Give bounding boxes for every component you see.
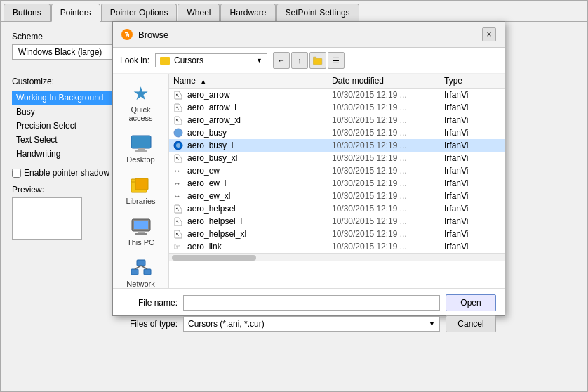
file-row[interactable]: aero_busy_l 10/30/2015 12:19 ... IrfanVi: [169, 139, 505, 152]
nav-libraries[interactable]: Libraries: [116, 171, 166, 209]
filetype-value: Cursors (*.ani, *.cur): [188, 319, 265, 329]
svg-text:↖: ↖: [175, 118, 180, 123]
file-row[interactable]: ↔ aero_ew_xl 10/30/2015 12:19 ... IrfanV…: [169, 190, 505, 202]
file-date: 10/30/2015 12:19 ...: [332, 141, 444, 150]
horizontal-scrollbar[interactable]: [169, 253, 505, 261]
cancel-button[interactable]: Cancel: [446, 315, 496, 332]
file-type: IrfanVi: [444, 242, 500, 251]
tb-up-button[interactable]: ↑: [291, 52, 308, 69]
file-row[interactable]: ↖ aero_helpsel_l 10/30/2015 12:19 ... Ir…: [169, 215, 505, 228]
lookin-dropdown[interactable]: Cursors ▼: [155, 53, 267, 67]
file-date: 10/30/2015 12:19 ...: [332, 115, 444, 125]
file-row[interactable]: ↔ aero_ew_l 10/30/2015 12:19 ... IrfanVi: [169, 177, 505, 190]
tb-back-button[interactable]: ←: [273, 52, 290, 69]
filename-input[interactable]: [183, 295, 440, 311]
svg-rect-3: [138, 148, 145, 150]
tab-pointers[interactable]: Pointers: [51, 4, 100, 22]
file-type: IrfanVi: [444, 178, 500, 188]
nav-desktop[interactable]: Desktop: [116, 129, 166, 168]
svg-text:↖: ↖: [175, 219, 180, 224]
file-row[interactable]: aero_busy 10/30/2015 12:19 ... IrfanVi: [169, 126, 505, 139]
file-type: IrfanVi: [444, 216, 500, 226]
tab-wheel[interactable]: Wheel: [178, 4, 220, 21]
star-icon: ★: [133, 84, 149, 103]
file-type-icon: ↖: [173, 153, 185, 163]
network-icon-wrap: [130, 258, 152, 277]
file-icon: ↖: [173, 90, 183, 100]
sort-arrow-icon: ▲: [200, 78, 206, 85]
folder-icon: [160, 57, 170, 65]
svg-point-23: [174, 129, 182, 137]
file-row[interactable]: ↖ aero_busy_xl 10/30/2015 12:19 ... Irfa…: [169, 152, 505, 164]
dialog-nav: ★ Quick access Desktop: [113, 74, 169, 288]
scheme-dropdown[interactable]: Windows Black (large): [12, 44, 123, 60]
filetype-dropdown[interactable]: Cursors (*.ani, *.cur) ▼: [183, 316, 440, 332]
file-name: aero_helpsel: [187, 204, 332, 214]
file-row[interactable]: ↖ aero_arrow_xl 10/30/2015 12:19 ... Irf…: [169, 114, 505, 126]
svg-line-16: [141, 266, 147, 269]
scrollbar-thumb[interactable]: [172, 255, 256, 261]
computer-icon: [131, 218, 152, 235]
svg-text:↔: ↔: [173, 179, 181, 188]
file-icon: ↔: [173, 178, 183, 188]
file-type-icon: ↖: [173, 90, 185, 100]
tb-view-button[interactable]: ☰: [328, 52, 345, 69]
file-row[interactable]: ☞ aero_link 10/30/2015 12:19 ... IrfanVi: [169, 240, 505, 253]
file-row[interactable]: ↖ aero_arrow_l 10/30/2015 12:19 ... Irfa…: [169, 101, 505, 114]
file-rows-container: ↖ aero_arrow 10/30/2015 12:19 ... IrfanV…: [169, 89, 505, 253]
file-list[interactable]: Name ▲ Date modified Type ↖ aero_arrow 1…: [169, 74, 505, 288]
file-row[interactable]: ↖ aero_helpsel 10/30/2015 12:19 ... Irfa…: [169, 202, 505, 215]
dialog-close-button[interactable]: ×: [482, 27, 496, 41]
file-date: 10/30/2015 12:19 ...: [332, 103, 444, 112]
file-type: IrfanVi: [444, 141, 500, 150]
tab-hardware[interactable]: Hardware: [220, 4, 275, 21]
file-date: 10/30/2015 12:19 ...: [332, 166, 444, 176]
tab-setpoint-settings[interactable]: SetPoint Settings: [276, 4, 359, 21]
tab-pointer-options[interactable]: Pointer Options: [101, 4, 178, 21]
libraries-icon-wrap: [130, 175, 152, 195]
file-row[interactable]: ↖ aero_arrow 10/30/2015 12:19 ... IrfanV…: [169, 89, 505, 101]
file-type-icon: ↖: [173, 216, 185, 226]
file-row[interactable]: ↔ aero_ew 10/30/2015 12:19 ... IrfanVi: [169, 164, 505, 177]
filelist-header: Name ▲ Date modified Type: [169, 74, 505, 89]
svg-text:↖: ↖: [175, 207, 180, 211]
nav-desktop-label: Desktop: [126, 155, 154, 164]
svg-rect-14: [144, 269, 151, 275]
file-type-icon: ↖: [173, 103, 185, 112]
file-type: IrfanVi: [444, 191, 500, 201]
dialog-titlebar: 🖱 Browse ×: [113, 22, 505, 48]
open-button[interactable]: Open: [446, 294, 496, 311]
file-icon: ↔: [173, 191, 183, 201]
svg-text:↖: ↖: [175, 232, 180, 237]
filetype-arrow-icon: ▼: [429, 320, 435, 327]
this-pc-icon-wrap: [130, 216, 152, 236]
dialog-app-icon: 🖱: [121, 29, 133, 40]
file-type-icon: ↔: [173, 191, 185, 201]
dialog-title-left: 🖱 Browse: [121, 29, 168, 40]
nav-quick-access-label: Quick access: [119, 105, 163, 122]
nav-this-pc[interactable]: This PC: [116, 212, 166, 251]
file-icon: ↖: [173, 153, 183, 163]
file-row[interactable]: ↖ aero_helpsel_xl 10/30/2015 12:19 ... I…: [169, 228, 505, 240]
file-name: aero_arrow: [187, 90, 332, 100]
file-icon: ↖: [173, 103, 183, 112]
svg-rect-0: [313, 58, 322, 65]
file-type-icon: ↖: [173, 115, 185, 125]
tab-buttons[interactable]: Buttons: [4, 4, 51, 21]
dialog-body: ★ Quick access Desktop: [113, 74, 505, 288]
svg-line-15: [135, 266, 141, 269]
file-type-icon: [173, 128, 185, 138]
shadow-checkbox[interactable]: [12, 169, 21, 178]
file-type-icon: [173, 141, 185, 150]
file-type: IrfanVi: [444, 153, 500, 163]
nav-network[interactable]: Network: [116, 254, 166, 288]
nav-quick-access[interactable]: ★ Quick access: [116, 79, 166, 126]
file-date: 10/30/2015 12:19 ...: [332, 204, 444, 214]
file-name: aero_busy: [187, 128, 332, 138]
svg-text:↖: ↖: [175, 105, 180, 110]
file-name: aero_ew: [187, 166, 332, 176]
tb-newfolder-button[interactable]: [309, 52, 326, 69]
file-name: aero_busy_xl: [187, 153, 332, 163]
file-name: aero_ew_xl: [187, 191, 332, 201]
nav-libraries-label: Libraries: [126, 197, 155, 205]
